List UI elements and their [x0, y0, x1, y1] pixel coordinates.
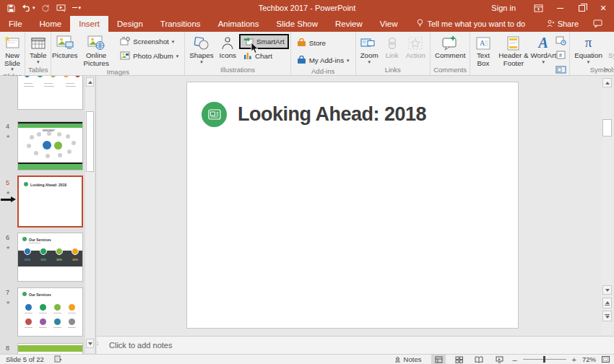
- editor-scrollbar-thumb[interactable]: [602, 119, 612, 136]
- screenshot-dropdown[interactable]: ▾: [172, 39, 175, 45]
- editor-scroll-up-button[interactable]: [602, 78, 612, 87]
- thumbnail-slide-6[interactable]: Our Services 21% 15% 36% 28%: [17, 233, 83, 282]
- date-time-icon[interactable]: [555, 35, 566, 48]
- group-comments: Comment Comments: [431, 32, 470, 75]
- text-box-icon: A: [476, 34, 490, 52]
- tab-review[interactable]: Review: [327, 16, 371, 32]
- equation-button[interactable]: π Equation: [571, 33, 605, 64]
- news-badge-icon: [202, 102, 227, 127]
- customize-qat-icon[interactable]: ▾: [72, 5, 82, 11]
- thumbnail-slide-7[interactable]: Our Services: [17, 287, 83, 337]
- tab-home[interactable]: Home: [31, 16, 71, 32]
- wordart-dropdown[interactable]: [542, 60, 545, 64]
- tab-insert[interactable]: Insert: [70, 16, 108, 32]
- ribbon-display-options-icon[interactable]: [527, 0, 549, 16]
- shapes-button[interactable]: Shapes: [186, 33, 216, 64]
- header-footer-button[interactable]: Header & Footer: [495, 33, 533, 67]
- slide-title-block[interactable]: Looking Ahead: 2018: [202, 102, 426, 127]
- minimize-button[interactable]: [549, 0, 571, 16]
- thumbnail-scroll-down-button[interactable]: [86, 339, 94, 348]
- tell-me-box[interactable]: Tell me what you want to do: [417, 16, 526, 32]
- my-addins-icon: [297, 56, 306, 66]
- thumbnail-slide-4[interactable]: MINDMAP: [17, 121, 83, 170]
- notes-placeholder[interactable]: Click to add notes: [109, 341, 172, 350]
- tab-view[interactable]: View: [371, 16, 407, 32]
- fit-slide-to-window-button[interactable]: [602, 356, 610, 363]
- thumbnail-slide-5[interactable]: Looking Ahead: 2018: [17, 176, 83, 228]
- tab-slide-show[interactable]: Slide Show: [268, 16, 327, 32]
- sign-in-link[interactable]: Sign in: [491, 4, 516, 12]
- group-links: Zoom Link Action Links: [356, 32, 431, 75]
- tab-design[interactable]: Design: [108, 16, 152, 32]
- undo-icon[interactable]: ▾: [22, 4, 35, 12]
- shapes-dropdown[interactable]: [200, 60, 203, 64]
- comment-button[interactable]: Comment: [432, 33, 468, 60]
- notes-pane[interactable]: ⁞ Click to add notes: [97, 336, 614, 354]
- zoom-percentage[interactable]: 72%: [582, 355, 596, 363]
- restore-button[interactable]: [571, 0, 592, 16]
- zoom-button[interactable]: Zoom: [358, 33, 381, 64]
- group-addins: Store My Add-ins ▾ Add-ins: [291, 32, 356, 75]
- previous-slide-button[interactable]: [602, 298, 612, 308]
- photo-album-dropdown[interactable]: ▾: [176, 53, 179, 59]
- thumbnail-slide-8[interactable]: [17, 343, 83, 354]
- reading-view-button[interactable]: [472, 355, 486, 364]
- close-button[interactable]: ✕: [592, 0, 614, 16]
- normal-view-button[interactable]: [431, 355, 446, 364]
- notes-splitter-handle[interactable]: ⁞: [97, 340, 104, 350]
- zoom-out-button[interactable]: –: [512, 355, 516, 364]
- zoom-slider-thumb[interactable]: [543, 356, 545, 363]
- icons-icon: [220, 34, 235, 52]
- editor-scroll-down-button[interactable]: [602, 285, 612, 295]
- animation-star-icon: [6, 134, 10, 139]
- notes-toggle-button[interactable]: Notes: [390, 355, 426, 363]
- photo-album-button[interactable]: Photo Album ▾: [117, 50, 181, 62]
- table-dropdown[interactable]: [37, 60, 40, 64]
- store-button[interactable]: Store: [294, 37, 353, 49]
- zoom-in-button[interactable]: +: [572, 355, 576, 364]
- equation-dropdown[interactable]: [587, 60, 590, 64]
- zoom-slider[interactable]: [523, 359, 566, 360]
- collapse-ribbon-icon[interactable]: [604, 66, 610, 73]
- slide-canvas[interactable]: Looking Ahead: 2018: [186, 82, 519, 329]
- group-images: Pictures Online Pictures Screenshot ▾: [51, 32, 185, 75]
- screenshot-button[interactable]: Screenshot ▾: [117, 35, 181, 48]
- group-label-comments: Comments: [431, 65, 470, 75]
- online-pictures-button[interactable]: Online Pictures: [77, 33, 116, 67]
- equation-icon: π: [585, 34, 592, 52]
- thumbnail-scrollbar[interactable]: [85, 77, 95, 353]
- comments-pane-icon[interactable]: [587, 20, 608, 29]
- tab-file[interactable]: File: [0, 16, 31, 32]
- slide-show-view-button[interactable]: [492, 355, 506, 364]
- slide-sorter-view-button[interactable]: [451, 355, 466, 364]
- thumbnail-scroll-up-button[interactable]: [86, 77, 94, 87]
- animation-star-icon: [6, 245, 10, 251]
- zoom-dropdown[interactable]: [368, 60, 371, 64]
- tab-transitions[interactable]: Transitions: [152, 16, 209, 32]
- wordart-button[interactable]: A WordArt: [532, 33, 554, 64]
- slide-indicator[interactable]: Slide 5 of 22: [6, 355, 44, 363]
- tab-animations[interactable]: Animations: [209, 16, 268, 32]
- slide-number-icon[interactable]: #: [555, 50, 566, 63]
- smartart-button[interactable]: SmartArt: [241, 35, 287, 48]
- icons-button[interactable]: Icons: [217, 33, 239, 60]
- my-addins-dropdown[interactable]: ▾: [347, 58, 350, 64]
- my-addins-button[interactable]: My Add-ins ▾: [294, 54, 353, 66]
- editor-scrollbar[interactable]: [602, 77, 613, 334]
- action-icon: [408, 34, 423, 52]
- pictures-button[interactable]: Pictures: [53, 33, 77, 60]
- thumbnail-scrollbar-thumb[interactable]: [86, 111, 94, 172]
- group-text: A Text Box Header & Footer A WordArt: [470, 32, 570, 75]
- share-button[interactable]: Share: [541, 20, 584, 29]
- start-from-beginning-icon[interactable]: [56, 4, 66, 12]
- new-slide-button[interactable]: New Slide: [1, 33, 23, 72]
- thumbnail-slide-3[interactable]: [17, 76, 83, 110]
- chart-button[interactable]: Chart: [241, 50, 287, 62]
- text-box-button[interactable]: A Text Box: [472, 33, 494, 67]
- group-tables: Table Tables: [25, 32, 51, 75]
- next-slide-button[interactable]: [602, 311, 612, 321]
- thumbnail-number-5: 5: [6, 179, 9, 186]
- save-icon[interactable]: [7, 4, 15, 12]
- spellcheck-icon[interactable]: [54, 355, 63, 364]
- table-button[interactable]: Table: [27, 33, 49, 64]
